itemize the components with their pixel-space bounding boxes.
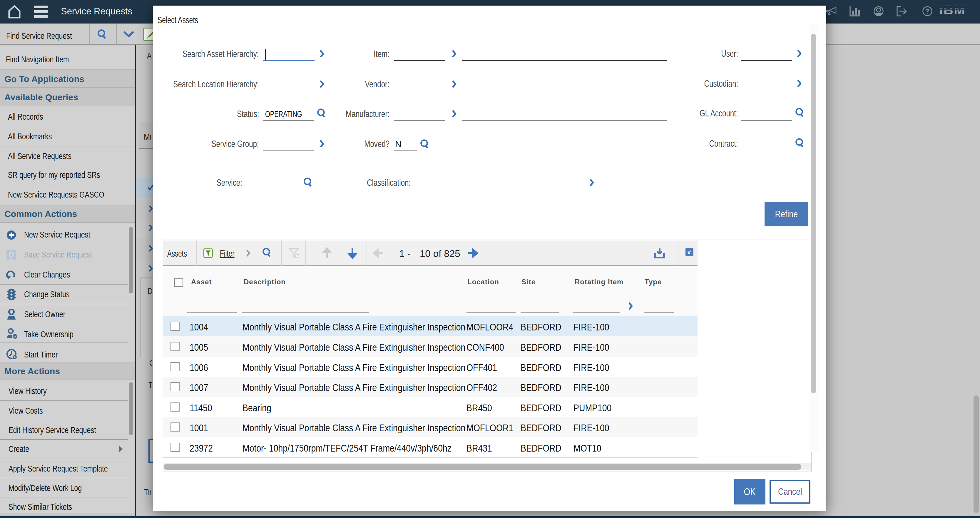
svg-text:?: ? xyxy=(925,8,929,15)
